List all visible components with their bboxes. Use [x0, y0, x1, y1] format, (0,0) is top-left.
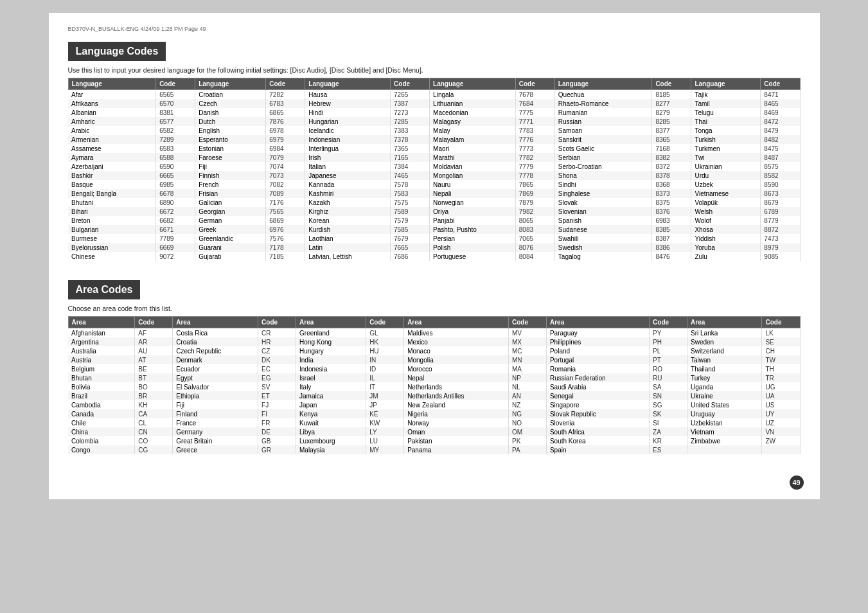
lang-cell-4-11: 8479 [761, 126, 800, 135]
area-cell-1-9: PH [650, 337, 687, 346]
lang-cell-13-6: Oriya [430, 207, 516, 216]
area-cell-8-9: SG [650, 400, 687, 409]
language-table-row: Bengali; Bangla6678Frisian7089Kashmiri75… [68, 189, 800, 198]
area-cell-3-6: Mongolia [404, 355, 509, 364]
language-table-row: Arabic6582English6978Icelandic7383Malay7… [68, 126, 800, 135]
area-cell-3-10: Taiwan [687, 355, 762, 364]
lang-cell-1-9: 8277 [652, 99, 691, 108]
lang-cell-16-4: Laothian [305, 234, 391, 243]
lang-cell-8-9: 8372 [652, 162, 691, 171]
lang-cell-3-1: 6577 [156, 117, 195, 126]
lang-cell-6-6: Maori [430, 144, 516, 153]
language-table-row: Basque6985French7082Kannada7578Nauru7865… [68, 180, 800, 189]
lang-cell-12-4: Kazakh [305, 198, 391, 207]
lang-cell-4-8: Samoan [554, 126, 652, 135]
area-cell-10-3: FR [258, 418, 296, 427]
area-cell-9-11: UY [762, 409, 800, 418]
area-cell-7-6: Netherlands Antilles [404, 391, 509, 400]
lang-cell-13-8: Slovenian [554, 207, 652, 216]
area-cell-10-2: France [173, 418, 258, 427]
lang-cell-6-3: 6984 [266, 144, 305, 153]
lang-cell-16-1: 7789 [156, 234, 195, 243]
area-cell-6-8: Saudi Arabia [546, 382, 649, 391]
lang-cell-2-11: 8469 [761, 108, 800, 117]
lang-cell-9-10: Urdu [691, 171, 761, 180]
area-cell-12-5: LU [366, 436, 404, 445]
area-cell-5-0: Bhutan [68, 373, 135, 382]
lang-cell-6-1: 6583 [156, 144, 195, 153]
lang-cell-4-0: Arabic [68, 126, 156, 135]
area-cell-1-0: Argentina [68, 337, 135, 346]
area-cell-1-1: AR [135, 337, 173, 346]
lang-cell-11-7: 7869 [515, 189, 554, 198]
area-cell-7-9: SN [650, 391, 687, 400]
language-table-row: Albanian8381Danish6865Hindi7273Macedonia… [68, 108, 800, 117]
lang-cell-9-9: 8378 [652, 171, 691, 180]
area-cell-13-10 [687, 445, 762, 454]
area-cell-6-4: Italy [296, 382, 366, 391]
area-cell-6-10: Uganda [687, 382, 762, 391]
lang-cell-6-4: Interlingua [305, 144, 391, 153]
lang-cell-13-5: 7589 [391, 207, 430, 216]
area-cell-0-11: LK [762, 328, 800, 338]
lang-cell-15-9: 8385 [652, 225, 691, 234]
lang-cell-2-4: Hindi [305, 108, 391, 117]
lang-cell-4-2: English [195, 126, 266, 135]
area-cell-8-6: New Zealand [404, 400, 509, 409]
area-cell-11-1: CN [135, 427, 173, 436]
area-cell-4-6: Morocco [404, 364, 509, 373]
area-cell-9-0: Canada [68, 409, 135, 418]
lang-cell-18-8: Tagalog [554, 252, 652, 261]
area-cell-5-4: Israel [296, 373, 366, 382]
lang-cell-14-4: Korean [305, 216, 391, 225]
area-cell-10-6: Norway [404, 418, 509, 427]
lang-col-header-4: Code [266, 78, 305, 90]
area-cell-1-10: Sweden [687, 337, 762, 346]
area-cell-6-5: IT [366, 382, 404, 391]
lang-cell-18-6: Portuguese [430, 252, 516, 261]
area-cell-7-0: Brazil [68, 391, 135, 400]
lang-cell-7-2: Faroese [195, 153, 266, 162]
area-cell-13-3: GR [258, 445, 296, 454]
lang-cell-9-8: Shona [554, 171, 652, 180]
lang-cell-8-0: Azerbaijani [68, 162, 156, 171]
lang-cell-8-2: Fiji [195, 162, 266, 171]
lang-cell-13-3: 7565 [266, 207, 305, 216]
area-cell-4-8: Romania [546, 364, 649, 373]
lang-cell-7-5: 7165 [391, 153, 430, 162]
area-cell-13-5: MY [366, 445, 404, 454]
lang-cell-0-9: 8185 [652, 90, 691, 100]
area-col-header-5: Area [296, 317, 366, 328]
area-cell-4-1: BE [135, 364, 173, 373]
area-cell-2-9: PL [650, 346, 687, 355]
language-table-row: Breton6682German6869Korean7579Panjabi806… [68, 216, 800, 225]
language-section-title: Language Codes [68, 42, 166, 61]
area-cell-3-5: IN [366, 355, 404, 364]
area-cell-3-8: Portugal [546, 355, 649, 364]
area-cell-3-11: TW [762, 355, 800, 364]
lang-cell-11-11: 8673 [761, 189, 800, 198]
area-cell-3-7: MN [508, 355, 546, 364]
lang-cell-7-4: Irish [305, 153, 391, 162]
lang-cell-3-11: 8472 [761, 117, 800, 126]
lang-cell-16-8: Swahili [554, 234, 652, 243]
page-number: 49 [790, 475, 804, 490]
area-cell-8-2: Fiji [173, 400, 258, 409]
lang-cell-14-10: Wolof [691, 216, 761, 225]
area-cell-9-10: Uruguay [687, 409, 762, 418]
area-cell-4-5: ID [366, 364, 404, 373]
lang-cell-3-9: 8285 [652, 117, 691, 126]
lang-cell-2-1: 8381 [156, 108, 195, 117]
lang-cell-17-4: Latin [305, 243, 391, 252]
area-cell-8-3: FJ [258, 400, 296, 409]
lang-cell-13-11: 6789 [761, 207, 800, 216]
area-cell-5-7: NP [508, 373, 546, 382]
area-cell-7-5: JM [366, 391, 404, 400]
area-cell-12-9: KR [650, 436, 687, 445]
lang-cell-5-0: Armenian [68, 135, 156, 144]
lang-cell-0-11: 8471 [761, 90, 800, 100]
lang-cell-14-11: 8779 [761, 216, 800, 225]
lang-cell-8-7: 7779 [515, 162, 554, 171]
area-cell-12-3: GB [258, 436, 296, 445]
area-cell-5-11: TR [762, 373, 800, 382]
